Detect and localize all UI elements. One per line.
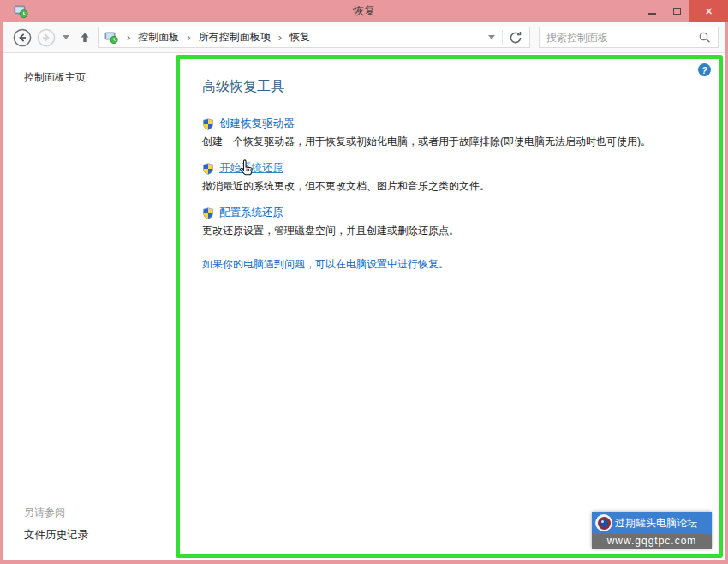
task-configure-system-restore: 配置系统还原 更改还原设置，管理磁盘空间，并且创建或删除还原点。 <box>202 206 696 237</box>
forum-logo-icon <box>595 514 612 531</box>
address-bar: › 控制面板 › 所有控制面板项 › 恢复 <box>98 27 530 48</box>
task-open-system-restore: 开始系统还原 撤消最近的系统更改，但不更改文档、图片和音乐之类的文件。 <box>202 161 696 193</box>
search-box <box>539 27 719 48</box>
titlebar: 恢复 × <box>0 0 728 22</box>
link-open-system-restore[interactable]: 开始系统还原 <box>219 161 283 176</box>
breadcrumb-separator: › <box>274 31 286 44</box>
task-description: 创建一个恢复驱动器，用于恢复或初始化电脑，或者用于故障排除(即使电脑无法启动时也… <box>202 135 696 148</box>
up-button[interactable] <box>78 31 92 45</box>
watermark-banner: 过期罐头电脑论坛 <box>592 512 712 534</box>
forward-button[interactable] <box>37 28 56 47</box>
window-title: 恢复 <box>0 3 728 19</box>
address-location-icon <box>104 31 118 45</box>
task-create-recovery-drive: 创建恢复驱动器 创建一个恢复驱动器，用于恢复或初始化电脑，或者用于故障排除(即使… <box>202 117 696 148</box>
page-title: 高级恢复工具 <box>202 78 696 96</box>
uac-shield-icon <box>202 118 214 130</box>
sidebar: 控制面板主页 另请参阅 文件历史记录 <box>3 54 176 560</box>
task-description: 撤消最近的系统更改，但不更改文档、图片和音乐之类的文件。 <box>202 179 696 193</box>
watermark: 过期罐头电脑论坛 www.gqgtpc.com <box>592 512 712 549</box>
help-icon[interactable]: ? <box>698 63 711 76</box>
search-input[interactable] <box>540 32 698 44</box>
uac-shield-icon <box>202 163 214 175</box>
address-divider <box>502 30 503 45</box>
breadcrumb-recovery[interactable]: 恢复 <box>286 28 313 46</box>
breadcrumb-all-items[interactable]: 所有控制面板项 <box>195 28 274 46</box>
link-create-recovery-drive[interactable]: 创建恢复驱动器 <box>219 117 295 131</box>
window-controls: × <box>640 0 728 22</box>
watermark-forum-name: 过期罐头电脑论坛 <box>615 516 697 531</box>
minimize-icon <box>648 13 656 15</box>
minimize-button[interactable] <box>640 0 665 22</box>
watermark-url: www.gqgtpc.com <box>592 534 712 549</box>
breadcrumb-separator: › <box>122 31 134 44</box>
search-icon[interactable] <box>698 31 712 45</box>
refresh-icon[interactable] <box>508 30 523 45</box>
breadcrumb-control-panel[interactable]: 控制面板 <box>134 28 182 46</box>
recovery-window: 恢复 × › 控 <box>0 0 728 564</box>
uac-shield-icon <box>202 207 214 219</box>
main-panel: ? 高级恢复工具 创建恢复驱动器 创建一个恢复驱动器，用于恢复或初始化电脑，或者… <box>176 55 723 558</box>
close-icon: × <box>705 4 712 18</box>
sidebar-item-control-panel-home[interactable]: 控制面板主页 <box>24 70 86 85</box>
link-configure-system-restore[interactable]: 配置系统还原 <box>219 206 283 220</box>
breadcrumb-separator: › <box>182 31 194 44</box>
link-pc-settings-recovery[interactable]: 如果你的电脑遇到问题，可以在电脑设置中进行恢复。 <box>202 257 696 272</box>
window-border-bottom <box>0 560 728 564</box>
history-dropdown-icon[interactable] <box>63 35 69 39</box>
sidebar-see-also-group: 另请参阅 文件历史记录 <box>24 506 88 543</box>
task-description: 更改还原设置，管理磁盘空间，并且创建或删除还原点。 <box>202 224 696 237</box>
address-dropdown-icon[interactable] <box>488 35 495 39</box>
see-also-heading: 另请参阅 <box>24 506 88 520</box>
maximize-button[interactable] <box>665 0 689 22</box>
back-button[interactable] <box>13 28 32 47</box>
close-button[interactable]: × <box>689 0 728 22</box>
sidebar-item-file-history[interactable]: 文件历史记录 <box>24 528 88 543</box>
recovery-app-icon <box>14 4 28 19</box>
navigation-bar: › 控制面板 › 所有控制面板项 › 恢复 <box>3 22 725 53</box>
work-area: 控制面板主页 另请参阅 文件历史记录 ? 高级恢复工具 <box>3 54 725 560</box>
window-border-left <box>0 0 3 564</box>
maximize-icon <box>673 8 681 15</box>
